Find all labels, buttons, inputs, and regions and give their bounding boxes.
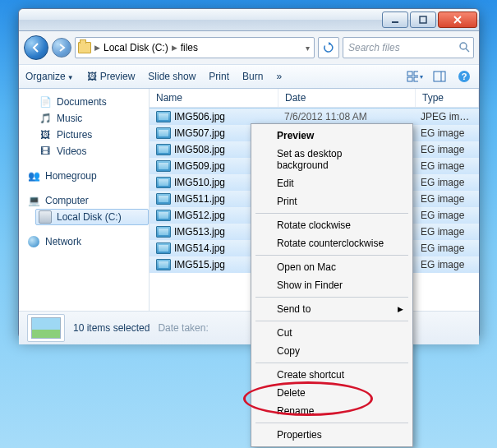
ctx-separator bbox=[255, 255, 408, 256]
file-name: IMG515.jpg bbox=[174, 259, 225, 270]
sidebar-item-computer[interactable]: 💻Computer bbox=[24, 192, 149, 209]
toolbar-organize[interactable]: Organize▼ bbox=[25, 71, 74, 82]
minimize-button[interactable] bbox=[382, 12, 408, 28]
file-type: EG image bbox=[414, 127, 479, 139]
refresh-button[interactable] bbox=[318, 37, 339, 58]
search-box[interactable] bbox=[343, 37, 474, 58]
ctx-delete[interactable]: Delete bbox=[254, 384, 410, 402]
sidebar-item-local-disk[interactable]: Local Disk (C:) bbox=[35, 209, 149, 225]
file-type: EG image bbox=[414, 226, 479, 238]
column-header-date[interactable]: Date bbox=[278, 89, 416, 107]
file-type: EG image bbox=[414, 210, 479, 221]
image-file-icon bbox=[156, 226, 171, 238]
svg-rect-6 bbox=[407, 77, 412, 81]
sidebar-item-documents[interactable]: 📄Documents bbox=[35, 94, 149, 110]
network-icon bbox=[27, 235, 40, 248]
ctx-rename[interactable]: Rename bbox=[254, 402, 410, 420]
nav-forward-button[interactable] bbox=[52, 38, 71, 58]
file-type: EG image bbox=[414, 144, 479, 155]
svg-rect-7 bbox=[414, 77, 418, 81]
ctx-edit[interactable]: Edit bbox=[254, 174, 410, 192]
ctx-set-background[interactable]: Set as desktop background bbox=[254, 145, 410, 174]
titlebar bbox=[19, 9, 479, 31]
toolbar-slideshow[interactable]: Slide show bbox=[148, 71, 196, 82]
file-name: IMG511.jpg bbox=[174, 193, 225, 205]
sidebar: 📄Documents 🎵Music 🖼Pictures 🎞Videos 👥Hom… bbox=[19, 89, 150, 311]
sidebar-item-pictures[interactable]: 🖼Pictures bbox=[35, 127, 149, 143]
chevron-right-icon: ▶ bbox=[170, 44, 179, 52]
file-name: IMG514.jpg bbox=[174, 242, 225, 254]
file-type: EG image bbox=[414, 259, 479, 270]
column-header-name[interactable]: Name bbox=[150, 89, 278, 107]
maximize-button[interactable] bbox=[410, 12, 436, 28]
image-file-icon bbox=[156, 111, 171, 122]
chevron-right-icon: ▶ bbox=[93, 44, 102, 52]
submenu-arrow-icon: ▶ bbox=[398, 305, 403, 313]
view-options-button[interactable]: ▾ bbox=[407, 68, 423, 85]
disk-icon bbox=[39, 210, 52, 224]
file-name: IMG509.jpg bbox=[174, 160, 225, 172]
documents-icon: 📄 bbox=[39, 95, 52, 109]
file-name: IMG513.jpg bbox=[174, 226, 225, 238]
svg-line-3 bbox=[466, 48, 469, 52]
breadcrumb[interactable]: ▶ Local Disk (C:) ▶ files ▾ bbox=[75, 37, 315, 58]
sidebar-item-videos[interactable]: 🎞Videos bbox=[35, 143, 149, 159]
breadcrumb-seg-disk[interactable]: Local Disk (C:) bbox=[104, 42, 168, 53]
toolbar: Organize▼ 🖼Preview Slide show Print Burn… bbox=[19, 64, 479, 89]
image-file-icon bbox=[156, 127, 171, 139]
ctx-create-shortcut[interactable]: Create shortcut bbox=[254, 366, 410, 384]
file-name: IMG507.jpg bbox=[174, 127, 225, 139]
image-file-icon bbox=[156, 177, 171, 188]
file-name: IMG512.jpg bbox=[174, 210, 225, 221]
search-input[interactable] bbox=[347, 41, 455, 54]
ctx-cut[interactable]: Cut bbox=[254, 324, 410, 342]
ctx-separator bbox=[255, 423, 408, 423]
ctx-print[interactable]: Print bbox=[254, 192, 410, 210]
image-file-icon bbox=[156, 242, 171, 254]
toolbar-preview[interactable]: 🖼Preview bbox=[87, 71, 136, 82]
sidebar-item-network[interactable]: Network bbox=[24, 233, 149, 250]
context-menu: Preview Set as desktop background Edit P… bbox=[251, 123, 413, 447]
file-type: EG image bbox=[414, 160, 479, 172]
sidebar-item-music[interactable]: 🎵Music bbox=[35, 110, 149, 127]
file-type: JPEG image bbox=[414, 111, 479, 122]
close-button[interactable] bbox=[438, 12, 477, 28]
ctx-separator bbox=[255, 297, 408, 298]
music-icon: 🎵 bbox=[39, 112, 52, 125]
column-headers: Name Date Type bbox=[150, 89, 479, 108]
pictures-icon: 🖼 bbox=[39, 128, 52, 141]
ctx-show-in-finder[interactable]: Show in Finder bbox=[254, 276, 410, 294]
chevron-down-icon[interactable]: ▾ bbox=[304, 44, 311, 53]
file-type: EG image bbox=[414, 177, 479, 188]
column-header-type[interactable]: Type bbox=[416, 89, 479, 107]
folder-icon bbox=[78, 41, 91, 54]
toolbar-print[interactable]: Print bbox=[209, 71, 229, 82]
nav-back-button[interactable] bbox=[24, 35, 48, 60]
breadcrumb-seg-folder[interactable]: files bbox=[181, 42, 198, 53]
search-icon bbox=[458, 41, 470, 55]
preview-icon: 🖼 bbox=[87, 71, 97, 82]
ctx-properties[interactable]: Properties bbox=[254, 426, 410, 444]
file-name: IMG508.jpg bbox=[174, 144, 225, 155]
file-row[interactable]: IMG506.jpg7/6/2012 11:08 AMJPEG image bbox=[150, 108, 479, 125]
ctx-rotate-cw[interactable]: Rotate clockwise bbox=[254, 216, 410, 234]
file-name: IMG510.jpg bbox=[174, 177, 225, 188]
svg-rect-4 bbox=[407, 72, 412, 76]
preview-pane-button[interactable] bbox=[431, 68, 448, 85]
ctx-open-on-mac[interactable]: Open on Mac bbox=[254, 258, 410, 276]
sidebar-item-homegroup[interactable]: 👥Homegroup bbox=[24, 168, 149, 184]
ctx-separator bbox=[255, 363, 408, 363]
toolbar-burn[interactable]: Burn bbox=[242, 71, 263, 82]
ctx-send-to[interactable]: Send to▶ bbox=[254, 300, 410, 318]
ctx-rotate-ccw[interactable]: Rotate counterclockwise bbox=[254, 234, 410, 252]
image-file-icon bbox=[156, 160, 171, 172]
svg-text:?: ? bbox=[462, 72, 467, 81]
file-name: IMG506.jpg bbox=[174, 111, 225, 122]
help-button[interactable]: ? bbox=[456, 68, 472, 85]
videos-icon: 🎞 bbox=[39, 145, 52, 158]
toolbar-overflow[interactable]: » bbox=[276, 71, 282, 82]
thumbnail-icon bbox=[27, 314, 65, 342]
image-file-icon bbox=[156, 210, 171, 221]
ctx-preview[interactable]: Preview bbox=[254, 127, 410, 145]
ctx-copy[interactable]: Copy bbox=[254, 342, 410, 360]
